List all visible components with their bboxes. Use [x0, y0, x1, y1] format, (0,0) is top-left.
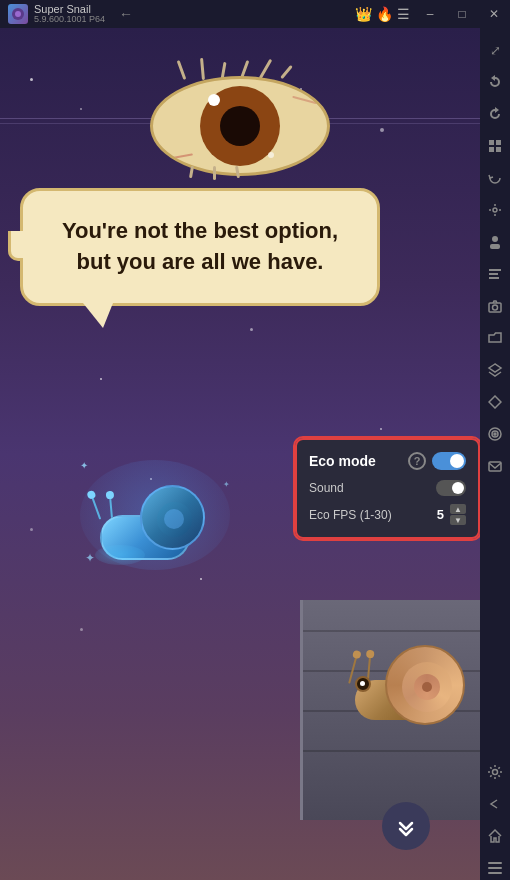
- title-bar-controls: 👑 🔥 ☰ – □ ✕: [355, 0, 510, 28]
- eco-mode-title: Eco mode: [309, 453, 376, 469]
- minimize-button[interactable]: –: [414, 0, 446, 28]
- svg-rect-3: [496, 140, 501, 145]
- fps-decrease-button[interactable]: ▼: [450, 515, 466, 525]
- fps-value: 5: [437, 507, 444, 522]
- back-button[interactable]: ←: [111, 6, 141, 22]
- svg-rect-10: [489, 273, 498, 275]
- sidebar-layers-icon[interactable]: [483, 358, 507, 382]
- speech-bubble: You're not the best option, but you are …: [20, 188, 380, 306]
- svg-point-16: [494, 433, 496, 435]
- fps-control: 5 ▲ ▼: [437, 504, 466, 525]
- svg-rect-2: [489, 140, 494, 145]
- sidebar-text-icon[interactable]: [483, 262, 507, 286]
- eco-mode-panel: Eco mode ? Sound Eco FPS (1-30) 5 ▲ ▼: [295, 438, 480, 539]
- sidebar-home-icon[interactable]: [483, 824, 507, 848]
- eco-toggle-knob: [450, 454, 464, 468]
- svg-rect-21: [488, 872, 502, 874]
- svg-rect-4: [489, 147, 494, 152]
- sidebar-diamond-icon[interactable]: [483, 390, 507, 414]
- sidebar-folder-icon[interactable]: [483, 326, 507, 350]
- sidebar-gear-icon[interactable]: [483, 760, 507, 784]
- title-bar-left: Super Snail 5.9.600.1001 P64 ←: [0, 3, 355, 25]
- svg-point-1: [15, 11, 21, 17]
- svg-point-7: [492, 236, 498, 242]
- svg-point-13: [493, 305, 498, 310]
- eco-mode-toggle[interactable]: [432, 452, 466, 470]
- sound-toggle-knob: [452, 482, 464, 494]
- eye-pupil: [220, 106, 260, 146]
- sidebar-refresh-icon[interactable]: [483, 166, 507, 190]
- svg-point-18: [493, 770, 498, 775]
- close-button[interactable]: ✕: [478, 0, 510, 28]
- wall-platform: [280, 570, 480, 820]
- svg-rect-11: [489, 277, 499, 279]
- double-chevron-button[interactable]: [382, 802, 430, 850]
- speech-line1: You're not the best option,: [53, 216, 347, 247]
- eye-iris: [200, 86, 280, 166]
- eco-header-controls: ?: [408, 452, 466, 470]
- help-button[interactable]: ?: [408, 452, 426, 470]
- fps-row: Eco FPS (1-30) 5 ▲ ▼: [309, 504, 466, 525]
- eye-outer: [150, 76, 330, 176]
- speech-line2: but you are all we have.: [53, 247, 347, 278]
- sound-toggle[interactable]: [436, 480, 466, 496]
- sidebar-back-icon[interactable]: [483, 792, 507, 816]
- svg-rect-17: [489, 462, 501, 471]
- eye-creature: [150, 58, 330, 188]
- double-chevron-icon: [394, 814, 418, 838]
- svg-rect-20: [488, 867, 502, 869]
- svg-rect-8: [490, 244, 500, 249]
- fps-increase-button[interactable]: ▲: [450, 504, 466, 514]
- eye-highlight: [208, 94, 220, 106]
- wall-snail: [350, 600, 470, 760]
- eco-panel-header: Eco mode ?: [309, 452, 466, 470]
- menu-icon: ☰: [397, 6, 410, 22]
- fps-arrows: ▲ ▼: [450, 504, 466, 525]
- sidebar-worker-icon[interactable]: [483, 230, 507, 254]
- fps-label: Eco FPS (1-30): [309, 508, 392, 522]
- sound-label: Sound: [309, 481, 344, 495]
- sidebar-rotate-left-icon[interactable]: [483, 70, 507, 94]
- sidebar-rotate-right-icon[interactable]: [483, 102, 507, 126]
- sidebar-target-icon[interactable]: [483, 422, 507, 446]
- sidebar-mail-icon[interactable]: [483, 454, 507, 478]
- game-area: You're not the best option, but you are …: [0, 28, 480, 880]
- eye-body: [150, 76, 330, 176]
- app-version: 5.9.600.1001 P64: [34, 15, 105, 25]
- flame-icon: 🔥: [376, 6, 393, 22]
- sidebar-settings2-icon[interactable]: [483, 198, 507, 222]
- title-bar: Super Snail 5.9.600.1001 P64 ← 👑 🔥 ☰ – □…: [0, 0, 510, 28]
- maximize-button[interactable]: □: [446, 0, 478, 28]
- blue-snail: ✦ ✦ ✦: [80, 460, 230, 570]
- sidebar-grid-icon[interactable]: [483, 134, 507, 158]
- sidebar-camera-icon[interactable]: [483, 294, 507, 318]
- crown-icon: 👑: [355, 6, 372, 22]
- right-sidebar: ⤢: [480, 28, 510, 880]
- sidebar-menu-icon[interactable]: [483, 856, 507, 880]
- svg-rect-5: [496, 147, 501, 152]
- sidebar-expand-icon[interactable]: ⤢: [483, 38, 507, 62]
- svg-point-6: [493, 208, 497, 212]
- app-icon: [8, 4, 28, 24]
- svg-rect-9: [489, 269, 501, 271]
- svg-rect-19: [488, 862, 502, 864]
- sound-row: Sound: [309, 480, 466, 496]
